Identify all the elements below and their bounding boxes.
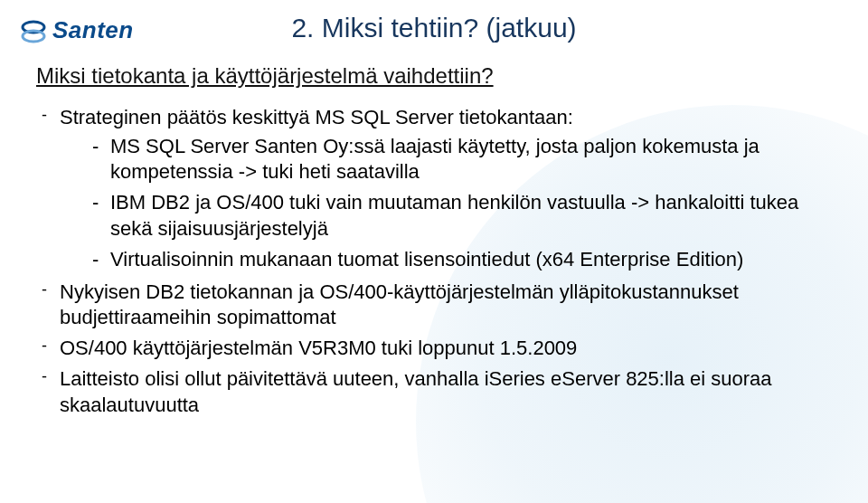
bullet-text: OS/400 käyttöjärjestelmän V5R3M0 tuki lo… xyxy=(60,337,577,359)
page-title: 2. Miksi tehtiin? (jatkuu) xyxy=(0,13,868,43)
bullet-text: Virtualisoinnin mukanaan tuomat lisensoi… xyxy=(110,248,743,270)
list-item: OS/400 käyttöjärjestelmän V5R3M0 tuki lo… xyxy=(36,336,832,361)
list-item: Virtualisoinnin mukanaan tuomat lisensoi… xyxy=(60,247,832,272)
bullet-list: Strateginen päätös keskittyä MS SQL Serv… xyxy=(36,105,832,418)
list-item: Strateginen päätös keskittyä MS SQL Serv… xyxy=(36,105,832,272)
bullet-text: Strateginen päätös keskittyä MS SQL Serv… xyxy=(60,106,573,128)
bullet-text: MS SQL Server Santen Oy:ssä laajasti käy… xyxy=(110,135,760,183)
bullet-text: IBM DB2 ja OS/400 tuki vain muutaman hen… xyxy=(110,191,798,239)
list-item: Laitteisto olisi ollut päivitettävä uute… xyxy=(36,366,832,417)
content-area: Miksi tietokanta ja käyttöjärjestelmä va… xyxy=(36,63,832,423)
sub-list: MS SQL Server Santen Oy:ssä laajasti käy… xyxy=(60,134,832,272)
bullet-text: Nykyisen DB2 tietokannan ja OS/400-käytt… xyxy=(60,280,739,328)
list-item: IBM DB2 ja OS/400 tuki vain muutaman hen… xyxy=(60,190,832,241)
bullet-text: Laitteisto olisi ollut päivitettävä uute… xyxy=(60,367,772,415)
list-item: MS SQL Server Santen Oy:ssä laajasti käy… xyxy=(60,134,832,185)
list-item: Nykyisen DB2 tietokannan ja OS/400-käytt… xyxy=(36,280,832,330)
subheading: Miksi tietokanta ja käyttöjärjestelmä va… xyxy=(36,63,832,89)
